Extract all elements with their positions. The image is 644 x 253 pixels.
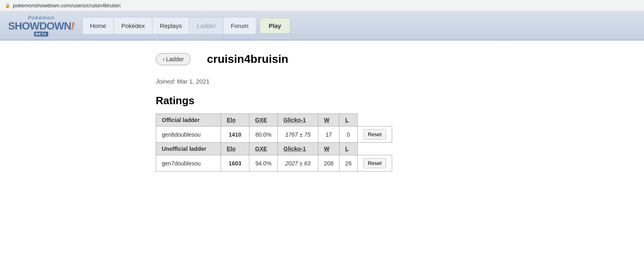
unofficial-row-0-reset-cell: Reset	[357, 155, 392, 172]
official-row-0-reset-button[interactable]: Reset	[363, 129, 386, 139]
unofficial-row-0-reset-button[interactable]: Reset	[363, 158, 386, 168]
official-row-0-glicko-val: 1767 ± 75	[285, 131, 310, 138]
official-row-0-gxe: 80.0%	[249, 126, 278, 143]
official-row-0-elo-val: 1410	[229, 131, 241, 138]
logo[interactable]: Pokémon SHOWDOWN! BETA	[8, 15, 74, 36]
elo-column-header-2: Elo	[221, 143, 249, 155]
nav-home[interactable]: Home	[82, 17, 114, 34]
gxe-column-header-2: GXE	[249, 143, 278, 155]
main-content: ‹ Ladder cruisin4bruisin Joined: Mar 1, …	[140, 41, 504, 184]
logo-showdown-text: SHOWDOWN!	[8, 21, 74, 31]
unofficial-row-0-w: 208	[318, 155, 339, 172]
unofficial-row-0-glicko-val: 2027 ± 63	[285, 160, 310, 167]
unofficial-ladder-header-row: Unofficial ladder Elo GXE Glicko-1 W L	[156, 143, 392, 155]
w-column-header-1: W	[318, 114, 339, 126]
official-row-0-elo: 1410	[221, 126, 249, 143]
nav-pokedex[interactable]: Pokédex	[114, 17, 152, 34]
joined-label: Joined:	[156, 78, 175, 85]
unofficial-row-0: gen7doublesou 1603 94.0% 2027 ± 63 208 2…	[156, 155, 392, 172]
unofficial-ladder-label: Unofficial ladder	[156, 143, 221, 155]
ratings-table: Official ladder Elo GXE Glicko-1 W L gen…	[156, 114, 392, 172]
nav-ladder[interactable]: Ladder	[189, 17, 223, 34]
official-row-0-ladder: gen8doublesou	[156, 126, 221, 143]
official-ladder-header-row: Official ladder Elo GXE Glicko-1 W L	[156, 114, 392, 126]
nav-forum[interactable]: Forum	[223, 17, 256, 34]
joined-info: Joined: Mar 1, 2021	[156, 78, 488, 85]
showdown-word: SHOWDOWN	[8, 20, 71, 32]
official-row-0-l: 0	[339, 126, 358, 143]
nav-replays[interactable]: Replays	[152, 17, 189, 34]
w-column-header-2: W	[318, 143, 339, 155]
address-bar-url: pokemonshowdown.com/users/cruisin4bruisi…	[13, 2, 120, 9]
official-row-0-glicko: 1767 ± 75	[278, 126, 318, 143]
back-to-ladder-button[interactable]: ‹ Ladder	[156, 53, 191, 65]
logo-exclaim: !	[71, 20, 74, 32]
address-bar: 🔒 pokemonshowdown.com/users/cruisin4brui…	[0, 0, 644, 11]
official-ladder-label: Official ladder	[156, 114, 221, 126]
lock-icon: 🔒	[5, 3, 11, 8]
page-username: cruisin4bruisin	[207, 53, 288, 66]
official-row-0-w: 17	[318, 126, 339, 143]
l-column-header-2: L	[339, 143, 358, 155]
official-row-0: gen8doublesou 1410 80.0% 1767 ± 75 17 0 …	[156, 126, 392, 143]
unofficial-row-0-ladder: gen7doublesou	[156, 155, 221, 172]
site-header: Pokémon SHOWDOWN! BETA Home Pokédex Repl…	[0, 11, 644, 41]
joined-date: Mar 1, 2021	[177, 78, 210, 85]
official-row-0-reset-cell: Reset	[357, 126, 392, 143]
top-row: ‹ Ladder cruisin4bruisin	[156, 53, 488, 66]
gxe-column-header-1: GXE	[249, 114, 278, 126]
unofficial-row-0-gxe: 94.0%	[249, 155, 278, 172]
nav-play-button[interactable]: Play	[260, 18, 291, 34]
logo-beta: BETA	[34, 32, 49, 36]
glicko-column-header-2: Glicko-1	[278, 143, 318, 155]
unofficial-row-0-elo-val: 1603	[229, 160, 241, 167]
l-column-header-1: L	[339, 114, 358, 126]
glicko-column-header-1: Glicko-1	[278, 114, 318, 126]
nav-links: Home Pokédex Replays Ladder Forum Play	[82, 17, 291, 34]
elo-column-header-1: Elo	[221, 114, 249, 126]
unofficial-row-0-l: 26	[339, 155, 358, 172]
ratings-heading: Ratings	[156, 94, 488, 107]
unofficial-row-0-glicko: 2027 ± 63	[278, 155, 318, 172]
unofficial-row-0-elo: 1603	[221, 155, 249, 172]
